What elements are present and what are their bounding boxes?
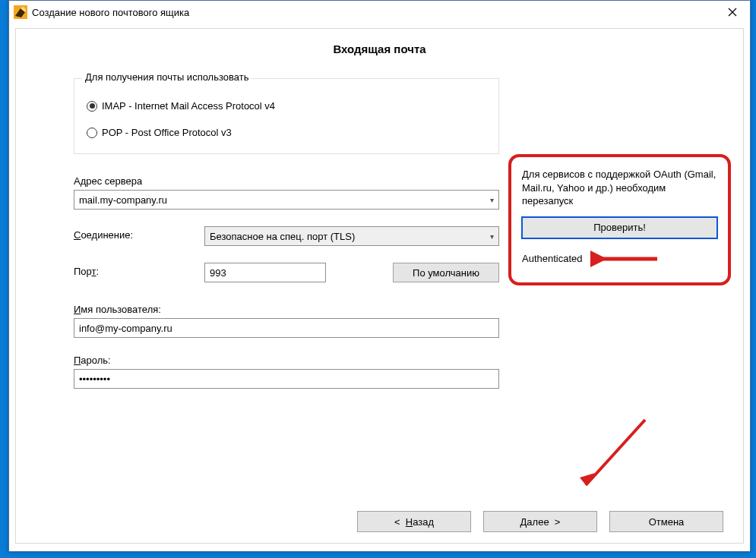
username-input[interactable] bbox=[74, 318, 499, 338]
app-icon bbox=[14, 5, 27, 19]
port-input[interactable] bbox=[204, 263, 326, 282]
server-label: Адрес сервера bbox=[74, 175, 499, 187]
protocol-radio-pop[interactable]: POP - Post Office Protocol v3 bbox=[87, 127, 486, 138]
side-column: Для сервисов с поддержкой OAuth (Gmail, … bbox=[516, 78, 723, 500]
radio-icon bbox=[87, 128, 97, 138]
radio-icon bbox=[87, 101, 97, 112]
back-button[interactable]: < Назад bbox=[357, 511, 471, 532]
close-button[interactable] bbox=[715, 1, 750, 24]
connection-value: Безопасное на спец. порт (TLS) bbox=[210, 231, 355, 242]
svg-line-4 bbox=[586, 420, 645, 485]
protocol-imap-label: IMAP - Internet Mail Access Protocol v4 bbox=[102, 100, 275, 112]
server-value: mail.my-company.ru bbox=[79, 194, 167, 206]
protocol-radio-imap[interactable]: IMAP - Internet Mail Access Protocol v4 bbox=[87, 100, 486, 112]
wizard-frame: Входящая почта Для получения почты испол… bbox=[15, 28, 744, 544]
username-label: Имя пользователя: bbox=[74, 304, 499, 315]
arrow-annotation-icon bbox=[569, 412, 660, 503]
window-title: Создание нового почтового ящика bbox=[32, 7, 715, 18]
chevron-down-icon: ▾ bbox=[490, 232, 494, 241]
next-button[interactable]: Далее > bbox=[483, 511, 597, 532]
wizard-window: Создание нового почтового ящика Входящая… bbox=[8, 0, 751, 552]
connection-select[interactable]: Безопасное на спец. порт (TLS) ▾ bbox=[204, 226, 499, 246]
arrow-annotation-icon bbox=[590, 251, 659, 267]
protocol-legend: Для получения почты использовать bbox=[82, 71, 251, 83]
connection-label: Соединение: bbox=[74, 229, 194, 241]
chevron-down-icon: ▾ bbox=[490, 196, 494, 204]
titlebar: Создание нового почтового ящика bbox=[9, 1, 750, 24]
auth-status: Authenticated bbox=[522, 253, 583, 264]
close-icon bbox=[728, 8, 737, 17]
protocol-groupbox: Для получения почты использовать IMAP - … bbox=[74, 78, 499, 154]
oauth-note: Для сервисов с поддержкой OAuth (Gmail, … bbox=[522, 168, 717, 208]
password-label: Пароль: bbox=[74, 355, 499, 366]
check-button[interactable]: Проверить! bbox=[522, 217, 717, 238]
page-heading: Входящая почта bbox=[36, 43, 723, 55]
oauth-callout: Для сервисов с поддержкой OAuth (Gmail, … bbox=[508, 154, 731, 285]
wizard-footer: < Назад Далее > Отмена bbox=[36, 500, 723, 532]
password-input[interactable] bbox=[74, 369, 499, 389]
port-default-button[interactable]: По умолчанию bbox=[393, 263, 499, 282]
cancel-button[interactable]: Отмена bbox=[609, 511, 723, 532]
server-combobox[interactable]: mail.my-company.ru ▾ bbox=[74, 190, 499, 210]
port-label: Порт: bbox=[74, 266, 194, 277]
protocol-pop-label: POP - Post Office Protocol v3 bbox=[102, 127, 232, 138]
form-column: Для получения почты использовать IMAP - … bbox=[36, 78, 499, 500]
